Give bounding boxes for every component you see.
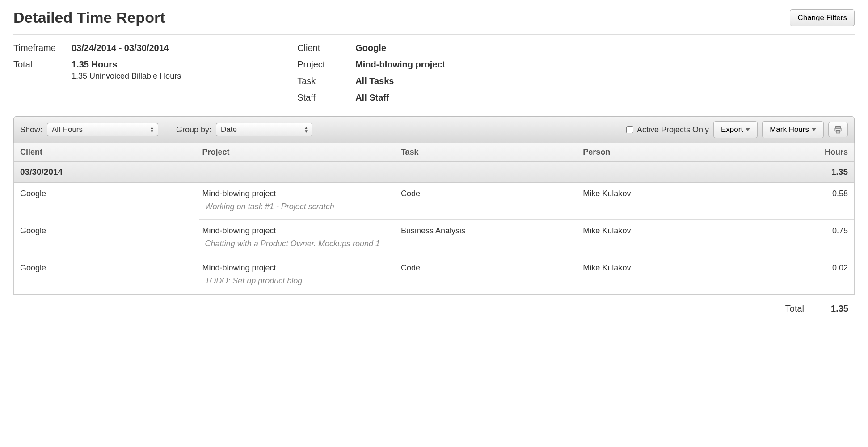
print-button[interactable]: [828, 122, 848, 137]
summary-left: Timeframe 03/24/2014 - 03/30/2014 Total …: [13, 43, 181, 103]
chevron-down-icon: [746, 128, 750, 131]
table-header: Client Project Task Person Hours: [14, 143, 854, 162]
table-row: GoogleMind-blowing projectCodeMike Kulak…: [14, 257, 854, 273]
timeframe-value: 03/24/2014 - 03/30/2014: [72, 43, 169, 53]
cell-task: Code: [401, 189, 583, 198]
row-note: Working on task #1 - Project scratch: [199, 198, 854, 220]
staff-value: All Staff: [355, 93, 389, 103]
updown-icon: ▲▼: [150, 126, 154, 133]
cell-project: Mind-blowing project: [202, 226, 400, 236]
total-sub: 1.35 Uninvoiced Billable Hours: [72, 72, 181, 81]
group-date: 03/30/2014: [20, 167, 831, 177]
page-title: Detailed Time Report: [13, 9, 165, 26]
row-note: Chatting with a Product Owner. Mockups r…: [199, 236, 854, 257]
export-button[interactable]: Export: [713, 121, 758, 138]
chevron-down-icon: [812, 128, 816, 131]
table-row: GoogleMind-blowing projectCodeMike Kulak…: [14, 183, 854, 198]
cell-task: Code: [401, 263, 583, 273]
timeframe-label: Timeframe: [13, 43, 72, 53]
cell-project: Mind-blowing project: [202, 263, 400, 273]
summary-right: Client Google Project Mind-blowing proje…: [297, 43, 445, 103]
show-select[interactable]: All Hours ▲▼: [47, 123, 158, 136]
show-label: Show:: [20, 125, 42, 135]
cell-task: Business Analysis: [401, 226, 583, 236]
footer-label: Total: [785, 304, 804, 314]
group-hours: 1.35: [831, 167, 848, 177]
active-projects-checkbox[interactable]: Active Projects Only: [626, 125, 709, 135]
client-value: Google: [355, 43, 386, 53]
cell-person: Mike Kulakov: [583, 226, 765, 236]
toolbar: Show: All Hours ▲▼ Group by: Date ▲▼ Act…: [13, 116, 855, 143]
row-note: TODO: Set up product blog: [199, 273, 854, 294]
table-footer: Total 1.35: [13, 295, 855, 318]
group-select[interactable]: Date ▲▼: [216, 123, 312, 136]
task-label: Task: [297, 76, 355, 86]
page-header: Detailed Time Report Change Filters: [13, 9, 855, 35]
th-task: Task: [401, 148, 583, 157]
task-value: All Tasks: [355, 76, 394, 86]
th-client: Client: [20, 148, 202, 157]
updown-icon: ▲▼: [304, 126, 308, 133]
project-label: Project: [297, 59, 355, 70]
group-header: 03/30/2014 1.35: [14, 162, 854, 183]
cell-hours: 0.75: [765, 226, 848, 236]
cell-hours: 0.58: [765, 189, 848, 198]
total-label: Total: [13, 59, 72, 81]
cell-client: Google: [20, 189, 202, 198]
cell-hours: 0.02: [765, 263, 848, 273]
print-icon: [833, 125, 843, 134]
project-value: Mind-blowing project: [355, 59, 445, 70]
group-label: Group by:: [176, 125, 211, 135]
summary-block: Timeframe 03/24/2014 - 03/30/2014 Total …: [13, 43, 855, 103]
cell-person: Mike Kulakov: [583, 189, 765, 198]
th-hours: Hours: [765, 148, 848, 157]
staff-label: Staff: [297, 93, 355, 103]
total-value: 1.35 Hours: [72, 59, 181, 70]
cell-project: Mind-blowing project: [202, 189, 400, 198]
table-row: GoogleMind-blowing projectBusiness Analy…: [14, 220, 854, 236]
active-projects-input[interactable]: [626, 126, 633, 133]
cell-client: Google: [20, 226, 202, 236]
footer-value: 1.35: [831, 304, 848, 314]
report-table: Client Project Task Person Hours 03/30/2…: [13, 143, 855, 295]
cell-client: Google: [20, 263, 202, 273]
change-filters-button[interactable]: Change Filters: [790, 9, 855, 26]
mark-hours-button[interactable]: Mark Hours: [762, 121, 824, 138]
th-person: Person: [583, 148, 765, 157]
cell-person: Mike Kulakov: [583, 263, 765, 273]
th-project: Project: [202, 148, 400, 157]
client-label: Client: [297, 43, 355, 53]
